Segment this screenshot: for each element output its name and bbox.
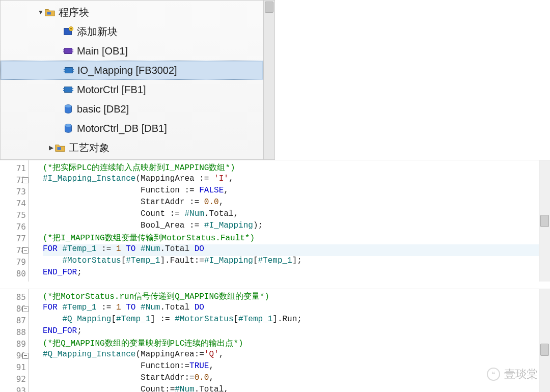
code-line[interactable]: #Q_Mapping_Instance(MappingArea:='Q', — [43, 350, 539, 361]
svg-rect-11 — [72, 69, 74, 70]
svg-rect-5 — [63, 51, 65, 52]
code-line[interactable]: END_FOR; — [43, 268, 539, 279]
tree-item[interactable]: IO_Mapping [FB3002] — [1, 61, 263, 80]
line-number: 79 — [0, 256, 28, 268]
wechat-icon: ❝ — [487, 368, 500, 381]
code-editor-2: 85868788899091929394 (*把MotorStatus.run信… — [0, 289, 550, 392]
code-line[interactable]: StartAddr := 0.0, — [43, 198, 539, 209]
svg-rect-3 — [65, 48, 72, 54]
code-scrollbar[interactable] — [539, 289, 550, 392]
svg-rect-0 — [47, 12, 51, 15]
fb-icon — [63, 65, 74, 76]
tree-item-label: 程序块 — [59, 6, 89, 19]
watermark: ❝ 壹琰棠 — [487, 367, 538, 382]
code-line[interactable]: Function := FALSE, — [43, 186, 539, 198]
svg-rect-17 — [72, 90, 73, 91]
code-line[interactable]: Count := #Num.Total, — [43, 209, 539, 221]
tree-item[interactable]: MotorCtrl_DB [DB1] — [1, 119, 263, 138]
line-number: 88 — [0, 326, 28, 338]
tree-item-label: MotorCtrl_DB [DB1] — [77, 123, 167, 134]
tree-item[interactable]: ▼程序块 — [1, 3, 263, 22]
svg-rect-14 — [63, 88, 65, 89]
tree-item-label: Main [OB1] — [77, 45, 128, 57]
tree-item-label: MotorCtrl [FB1] — [77, 84, 146, 96]
svg-rect-8 — [65, 68, 73, 73]
line-number: 86 — [0, 303, 28, 315]
tree-item-label: 添加新块 — [77, 25, 118, 39]
db-icon — [63, 103, 74, 115]
code-line[interactable]: (*把MotorStatus.run信号传递到Q_MAPPING数组的变量*) — [43, 291, 539, 303]
line-number: 90 — [0, 350, 28, 361]
code-line[interactable]: Function:=TRUE, — [43, 361, 539, 373]
svg-rect-6 — [72, 49, 73, 50]
code-line[interactable]: Bool_Area := #I_Mapping); — [43, 221, 539, 233]
gutter: 85868788899091929394 — [0, 289, 29, 392]
svg-rect-15 — [63, 90, 65, 91]
svg-rect-7 — [72, 51, 73, 52]
code-line[interactable]: FOR #Temp_1 := 1 TO #Num.Total DO — [43, 303, 539, 315]
project-tree: ▼程序块添加新块Main [OB1]IO_Mapping [FB3002]Mot… — [0, 0, 275, 160]
tree-item-label: basic [DB2] — [77, 103, 129, 115]
fold-toggle[interactable] — [22, 247, 29, 254]
tree-item[interactable]: basic [DB2] — [1, 99, 263, 119]
svg-point-19 — [65, 105, 72, 108]
svg-rect-13 — [65, 87, 72, 93]
svg-rect-16 — [72, 88, 73, 89]
line-number: 77 — [0, 233, 28, 244]
svg-rect-9 — [64, 69, 65, 70]
svg-rect-10 — [64, 71, 65, 72]
db-icon — [63, 123, 74, 134]
line-number: 93 — [0, 385, 28, 392]
code-line[interactable]: FOR #Temp_1 := 1 TO #Num.Total DO — [43, 244, 539, 256]
line-number: 75 — [0, 209, 28, 221]
fb-icon — [63, 84, 74, 95]
fold-toggle[interactable] — [22, 177, 29, 183]
svg-rect-22 — [58, 147, 61, 150]
line-number: 91 — [0, 361, 28, 373]
line-number: 78 — [0, 244, 28, 256]
code-line[interactable]: (*把I_MAPPING数组变量传输到MotorStatus.Fault*) — [43, 233, 539, 244]
code-lines[interactable]: (*把实际PLC的连续输入点映射到I_MAPPING数组*)#I_Mapping… — [29, 160, 539, 282]
line-number: 87 — [0, 315, 28, 326]
code-line[interactable]: (*把Q_MAPPING数组的变量映射到PLC连续的输出点*) — [43, 338, 539, 350]
tree-item-label: IO_Mapping [FB3002] — [77, 65, 177, 76]
add-icon — [63, 26, 74, 37]
line-number: 74 — [0, 198, 28, 209]
code-line[interactable]: #Q_Mapping[#Temp_1] := #MotorStatus[#Tem… — [43, 315, 539, 326]
folder-icon — [44, 7, 56, 18]
line-number: 71 — [0, 162, 28, 174]
gutter: 71727374757677787980 — [0, 160, 29, 282]
code-lines[interactable]: (*把MotorStatus.run信号传递到Q_MAPPING数组的变量*)F… — [29, 289, 539, 392]
line-number: 89 — [0, 338, 28, 350]
code-line[interactable]: END_FOR; — [43, 326, 539, 338]
chevron-down-icon[interactable]: ▼ — [37, 9, 44, 16]
svg-rect-12 — [72, 71, 74, 72]
ob-icon — [63, 45, 74, 57]
line-number: 92 — [0, 373, 28, 385]
chevron-right-icon[interactable]: ▶ — [47, 144, 54, 151]
line-number: 76 — [0, 221, 28, 233]
code-line[interactable]: (*把实际PLC的连续输入点映射到I_MAPPING数组*) — [43, 162, 539, 174]
tree-item-label: 工艺对象 — [69, 141, 109, 155]
svg-rect-4 — [63, 49, 65, 50]
tree-item[interactable]: MotorCtrl [FB1] — [1, 80, 263, 99]
code-line[interactable]: Count:=#Num.Total, — [43, 385, 539, 392]
tree-item[interactable]: ▶工艺对象 — [1, 138, 263, 157]
tree-item[interactable]: Main [OB1] — [1, 41, 263, 61]
code-line[interactable]: StartAddr:=0.0, — [43, 373, 539, 385]
code-editor-1: 71727374757677787980 (*把实际PLC的连续输入点映射到I_… — [0, 160, 550, 282]
watermark-label: 壹琰棠 — [504, 367, 538, 382]
code-line[interactable]: #MotorStatus[#Temp_1].Fault:=#I_Mapping[… — [43, 256, 539, 268]
code-line[interactable]: #I_Mapping_Instance(MappingArea := 'I', — [43, 174, 539, 186]
folder-icon — [54, 142, 66, 153]
line-number: 80 — [0, 268, 28, 279]
tree-item[interactable]: 添加新块 — [1, 22, 263, 41]
fold-toggle[interactable] — [22, 353, 29, 359]
code-scrollbar[interactable] — [539, 160, 550, 282]
line-number: 72 — [0, 174, 28, 186]
line-number: 73 — [0, 186, 28, 198]
fold-toggle[interactable] — [22, 306, 29, 312]
line-number: 85 — [0, 291, 28, 303]
svg-point-21 — [65, 124, 72, 127]
tree-scrollbar[interactable] — [263, 1, 274, 159]
